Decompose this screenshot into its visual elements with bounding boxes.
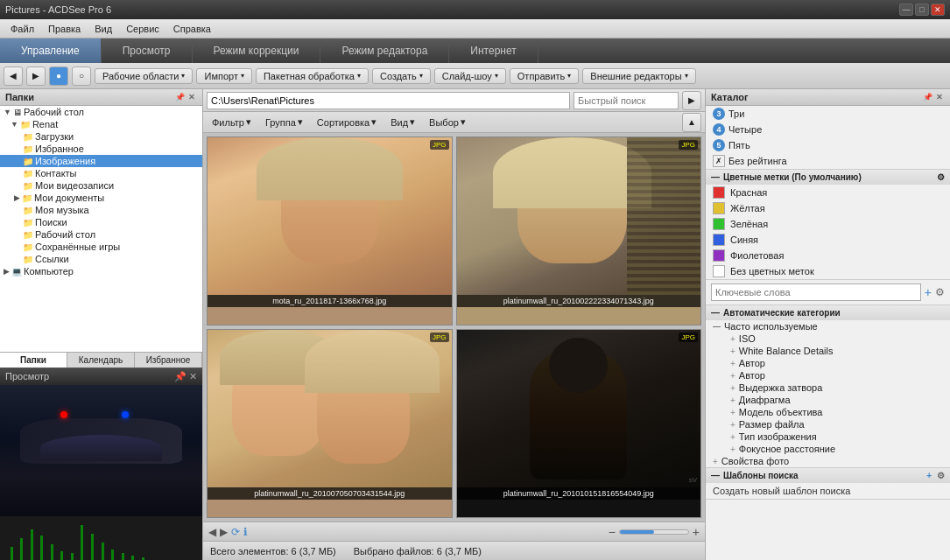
keyword-gear-icon[interactable]: ⚙ <box>935 286 945 298</box>
freq-author1[interactable]: + Автор <box>723 357 950 369</box>
menu-edit[interactable]: Правка <box>41 22 88 36</box>
group-button[interactable]: Группа ▾ <box>260 116 308 129</box>
color-blue[interactable]: Синяя <box>706 232 950 248</box>
create-button[interactable]: Создать ▾ <box>372 68 431 84</box>
maximize-button[interactable]: □ <box>915 4 929 16</box>
color-none[interactable]: Без цветных меток <box>706 263 950 279</box>
color-purple[interactable]: Фиолетовая <box>706 248 950 263</box>
menu-service[interactable]: Сервис <box>119 22 166 36</box>
tree-item-downloads[interactable]: 📁 Загрузки <box>0 130 202 143</box>
color-red[interactable]: Красная <box>706 185 950 200</box>
freq-lens[interactable]: + Модель объектива <box>723 406 950 418</box>
tree-item-contacts[interactable]: 📁 Контакты <box>0 167 202 179</box>
zoom-slider-track[interactable] <box>619 529 689 535</box>
tree-item-documents[interactable]: ▶ 📁 Мои документы <box>0 192 202 204</box>
batch-button[interactable]: Пакетная обработка ▾ <box>256 68 369 84</box>
menu-view[interactable]: Вид <box>88 22 119 36</box>
preview-close-icon[interactable]: ✕ <box>189 371 197 382</box>
rating-5[interactable]: 5 Пять <box>706 137 950 153</box>
search-add-icon[interactable]: + <box>926 471 932 480</box>
freq-iso[interactable]: + ISO <box>723 332 950 345</box>
freq-aperture[interactable]: + Диафрагма <box>723 394 950 406</box>
image-cell-4[interactable]: sV JPG platinumwall_ru_20101015181655404… <box>456 329 702 518</box>
tree-item-images[interactable]: 📁 Изображения <box>0 155 202 167</box>
freq-focal[interactable]: + Фокусное расстояние <box>723 443 950 455</box>
catalog-close-icon[interactable]: ✕ <box>934 93 945 102</box>
preview-pin-icon[interactable]: 📌 <box>174 371 186 382</box>
photo-props[interactable]: + Свойства фото <box>706 455 950 467</box>
freq-author2[interactable]: + Автор <box>723 369 950 382</box>
panel-pin-icon[interactable]: 📌 <box>174 93 185 102</box>
search-gear-icon[interactable]: ⚙ <box>937 471 945 480</box>
tree-item-music[interactable]: 📁 Моя музыка <box>0 204 202 216</box>
nav-left-icon[interactable]: ◀ <box>208 526 216 538</box>
image-cell-3[interactable]: JPG platinumwall_ru_201007050703431544.j… <box>207 329 453 518</box>
tab-correction[interactable]: Режим коррекции <box>193 38 321 63</box>
rating-3[interactable]: 3 Три <box>706 106 950 122</box>
freq-shutter[interactable]: + Выдержка затвора <box>723 382 950 394</box>
address-go-button[interactable]: ▶ <box>682 91 701 110</box>
gear-icon[interactable]: ⚙ <box>937 172 945 182</box>
auto-categories-header[interactable]: — Автоматические категории <box>706 305 950 320</box>
search-input[interactable] <box>574 92 679 109</box>
close-button[interactable]: ✕ <box>931 4 945 16</box>
refresh-button[interactable]: ○ <box>72 66 91 86</box>
select-button[interactable]: Выбор ▾ <box>424 116 471 129</box>
tree-item-videos[interactable]: 📁 Мои видеозаписи <box>0 179 202 192</box>
tab-bookmarks[interactable]: Избранное <box>135 353 202 368</box>
color-labels-header[interactable]: — Цветные метки (По умолчанию) ⚙ <box>706 170 950 185</box>
search-templates-header[interactable]: — Шаблоны поиска + ⚙ <box>706 468 950 483</box>
zoom-in-button[interactable]: + <box>693 525 700 539</box>
refresh-icon[interactable]: ⟳ <box>231 526 240 538</box>
tab-manage[interactable]: Управление <box>0 38 102 63</box>
panel-close-icon[interactable]: ✕ <box>186 93 197 102</box>
freq-wb[interactable]: + White Balance Details <box>723 345 950 357</box>
rating-none[interactable]: ✗ Без рейтинга <box>706 153 950 169</box>
frequent-header[interactable]: — Часто используемые <box>706 320 950 332</box>
nav-right-icon[interactable]: ▶ <box>220 526 228 538</box>
info-icon[interactable]: ℹ <box>243 526 248 538</box>
image-cell-1[interactable]: JPG mota_ru_2011817-1366x768.jpg <box>207 136 453 326</box>
tree-item-desktop[interactable]: ▼ 🖥 Рабочий стол <box>0 106 202 118</box>
tree-item-links[interactable]: 📁 Ссылки <box>0 253 202 265</box>
tree-item-renat[interactable]: ▼ 📁 Renat <box>0 118 202 130</box>
sort-button[interactable]: Сортировка ▾ <box>312 116 382 129</box>
freq-filesize[interactable]: + Размер файла <box>723 418 950 430</box>
import-button[interactable]: Импорт ▾ <box>196 68 251 84</box>
view-button[interactable]: Вид ▾ <box>385 116 420 129</box>
menu-file[interactable]: Файл <box>4 22 41 36</box>
zoom-out-button[interactable]: − <box>609 525 616 539</box>
address-input[interactable] <box>207 92 570 109</box>
tab-view[interactable]: Просмотр <box>102 38 193 63</box>
tree-item-savedgames[interactable]: 📁 Сохранённые игры <box>0 241 202 253</box>
external-button[interactable]: Внешние редакторы ▾ <box>582 68 695 84</box>
color-yellow[interactable]: Жёлтая <box>706 200 950 216</box>
tree-item-favorites[interactable]: 📁 Избранное <box>0 143 202 155</box>
send-button[interactable]: Отправить ▾ <box>510 68 580 84</box>
back-button[interactable]: ◀ <box>4 66 23 86</box>
color-green[interactable]: Зелёная <box>706 216 950 232</box>
slideshow-button[interactable]: Слайд-шоу ▾ <box>434 68 506 84</box>
minimize-button[interactable]: — <box>899 4 913 16</box>
tree-item-searches[interactable]: 📁 Поиски <box>0 216 202 228</box>
tree-item-computer[interactable]: ▶ 💻 Компьютер <box>0 265 202 277</box>
catalog-pin-icon[interactable]: 📌 <box>922 93 932 102</box>
freq-imgtype[interactable]: + Тип изображения <box>723 430 950 443</box>
tab-editor[interactable]: Режим редактора <box>320 38 449 63</box>
forward-button[interactable]: ▶ <box>26 66 46 86</box>
slideshow-label: Слайд-шоу <box>442 71 492 81</box>
home-button[interactable]: ● <box>49 66 68 86</box>
image-cell-2[interactable]: JPG platinumwall_ru_201002222334071343.j… <box>456 136 702 326</box>
scroll-up-btn[interactable]: ▲ <box>682 113 701 132</box>
tree-item-desktop2[interactable]: 📁 Рабочий стол <box>0 228 202 241</box>
keyword-add-button[interactable]: + <box>925 285 932 299</box>
workspaces-button[interactable]: Рабочие области ▾ <box>95 68 193 84</box>
keyword-input[interactable] <box>711 284 921 301</box>
tab-calendar[interactable]: Календарь <box>67 353 135 368</box>
filter-button[interactable]: Фильтр ▾ <box>207 116 257 129</box>
create-template-button[interactable]: Создать новый шаблон поиска <box>706 483 950 499</box>
tab-folders[interactable]: Папки <box>0 353 67 368</box>
tab-internet[interactable]: Интернет <box>449 38 538 63</box>
menu-help[interactable]: Справка <box>166 22 218 36</box>
rating-4[interactable]: 4 Четыре <box>706 122 950 137</box>
